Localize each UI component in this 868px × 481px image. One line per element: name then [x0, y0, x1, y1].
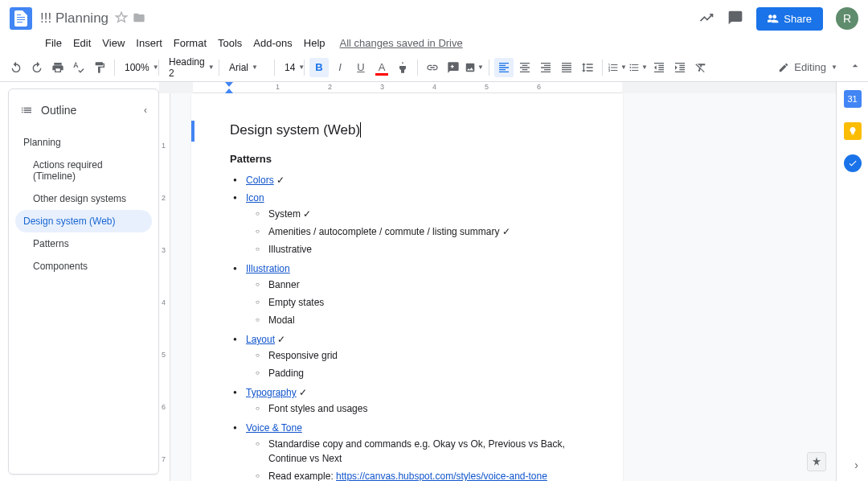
calendar-app-icon[interactable]: 31: [844, 90, 862, 108]
decrease-indent-button[interactable]: [649, 58, 669, 77]
list-item[interactable]: Typography ✓Font styles and usages: [246, 384, 584, 419]
bold-button[interactable]: B: [309, 58, 329, 77]
align-right-button[interactable]: [536, 58, 555, 77]
list-item[interactable]: Empty states: [268, 294, 584, 311]
outline-icon: [20, 104, 33, 117]
docs-logo[interactable]: [10, 7, 32, 30]
app-header: !!! Planning Share R: [0, 0, 868, 32]
increase-indent-button[interactable]: [670, 58, 690, 77]
menu-addons[interactable]: Add-ons: [248, 35, 297, 51]
menu-file[interactable]: File: [40, 35, 67, 51]
user-avatar[interactable]: R: [836, 7, 858, 30]
drive-save-status[interactable]: All changes saved in Drive: [340, 37, 463, 49]
keep-app-icon[interactable]: [844, 122, 862, 140]
underline-button[interactable]: U: [351, 58, 371, 77]
list-item[interactable]: Voice & ToneStandardise copy and command…: [246, 419, 584, 481]
menu-format[interactable]: Format: [169, 35, 211, 51]
comments-icon[interactable]: [727, 10, 743, 28]
insert-comment-button[interactable]: [444, 58, 463, 77]
outline-item[interactable]: Planning: [15, 131, 152, 154]
list-item[interactable]: Colors ✓: [246, 171, 584, 189]
list-item[interactable]: Banner: [268, 276, 584, 294]
list-item[interactable]: IconSystem ✓Amenities / autocomplete / c…: [246, 189, 584, 260]
star-icon[interactable]: [115, 11, 128, 27]
outline-item[interactable]: Patterns: [15, 232, 152, 255]
share-label: Share: [784, 13, 812, 25]
menu-edit[interactable]: Edit: [68, 35, 96, 51]
document-page[interactable]: Design system (Web) PatternsColors ✓Icon…: [191, 93, 623, 481]
list-item[interactable]: Standardise copy and commands e.g. Okay …: [268, 435, 584, 467]
zoom-select[interactable]: 100%▼: [120, 60, 154, 75]
insert-image-button[interactable]: ▼: [465, 58, 484, 77]
list-item[interactable]: System ✓: [268, 205, 584, 223]
menubar: File Edit View Insert Format Tools Add-o…: [0, 32, 868, 53]
activity-icon[interactable]: [698, 10, 714, 28]
menu-insert[interactable]: Insert: [131, 35, 167, 51]
editing-mode-button[interactable]: Editing ▼: [772, 58, 844, 76]
list-item[interactable]: Layout ✓Responsive gridPadding: [246, 331, 584, 384]
numbered-list-button[interactable]: ▼: [608, 58, 627, 77]
horizontal-ruler[interactable]: 1 2 3 4 5 6: [159, 82, 836, 93]
text-color-button[interactable]: A: [372, 58, 391, 77]
paint-format-button[interactable]: [90, 58, 109, 77]
outline-title: Outline: [41, 104, 136, 117]
list-item[interactable]: Illustrative: [268, 240, 584, 258]
paragraph-style-select[interactable]: Heading 2▼: [164, 55, 214, 80]
doc-heading[interactable]: Design system (Web): [230, 122, 584, 138]
toolbar: 100%▼ Heading 2▼ Arial▼ 14▼ B I U A ▼ ▼ …: [0, 53, 868, 82]
list-item[interactable]: Padding: [268, 364, 584, 382]
align-left-button[interactable]: [494, 58, 514, 77]
collapse-toolbar-button[interactable]: [849, 60, 862, 75]
highlight-button[interactable]: [393, 58, 412, 77]
font-select[interactable]: Arial▼: [224, 60, 269, 75]
insert-link-button[interactable]: [423, 58, 442, 77]
menu-view[interactable]: View: [97, 35, 129, 51]
cursor-heading-marker: [191, 121, 194, 142]
bulleted-list-button[interactable]: ▼: [628, 58, 648, 77]
share-button[interactable]: Share: [756, 7, 823, 31]
explore-button[interactable]: [807, 452, 826, 471]
menu-help[interactable]: Help: [299, 35, 330, 51]
outline-panel: Outline ‹ PlanningActions required (Time…: [8, 88, 159, 475]
spellcheck-button[interactable]: [69, 58, 88, 77]
vertical-ruler[interactable]: 1 2 3 4 5 6 7: [159, 93, 170, 481]
align-justify-button[interactable]: [557, 58, 576, 77]
outline-item[interactable]: Actions required (Timeline): [15, 154, 152, 187]
outline-collapse-icon[interactable]: ‹: [144, 105, 147, 116]
outline-item[interactable]: Design system (Web): [15, 210, 152, 232]
list-item[interactable]: Amenities / autocomplete / commute / lis…: [268, 223, 584, 240]
italic-button[interactable]: I: [330, 58, 350, 77]
list-item[interactable]: Modal: [268, 311, 584, 329]
line-spacing-button[interactable]: [578, 58, 597, 77]
tasks-app-icon[interactable]: [844, 154, 862, 172]
outline-item[interactable]: Other design systems: [15, 187, 152, 210]
align-center-button[interactable]: [515, 58, 534, 77]
document-title[interactable]: !!! Planning: [40, 10, 108, 27]
move-folder-icon[interactable]: [133, 11, 145, 27]
font-size-select[interactable]: 14▼: [280, 60, 299, 75]
outline-item[interactable]: Components: [15, 255, 152, 278]
menu-tools[interactable]: Tools: [213, 35, 247, 51]
right-sidebar: 31: [836, 82, 868, 481]
redo-button[interactable]: [27, 58, 47, 77]
sidebar-toggle-icon[interactable]: ›: [854, 458, 858, 471]
list-item[interactable]: Font styles and usages: [268, 400, 584, 417]
doc-subheading[interactable]: Patterns: [230, 153, 584, 165]
list-item[interactable]: Responsive grid: [268, 347, 584, 364]
print-button[interactable]: [48, 58, 68, 77]
list-item[interactable]: Read example: https://canvas.hubspot.com…: [268, 467, 584, 481]
undo-button[interactable]: [6, 58, 26, 77]
list-item[interactable]: IllustrationBannerEmpty statesModal: [246, 260, 584, 331]
clear-formatting-button[interactable]: [691, 58, 710, 77]
